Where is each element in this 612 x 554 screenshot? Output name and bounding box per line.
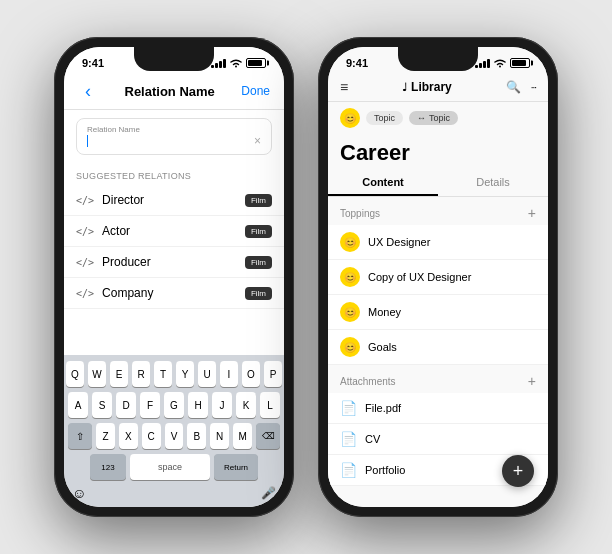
tag-topic-simple[interactable]: Topic xyxy=(366,111,403,125)
tag-topic-linked[interactable]: ↔ Topic xyxy=(409,111,458,125)
relation-name: Producer xyxy=(102,255,151,269)
search-icon[interactable]: 🔍 xyxy=(506,80,521,94)
battery-icon xyxy=(246,58,266,68)
shift-key[interactable]: ⇧ xyxy=(68,423,92,449)
item-icon: 😊 xyxy=(340,337,360,357)
list-item-ux-designer[interactable]: 😊 UX Designer xyxy=(328,225,548,260)
tab-content[interactable]: Content xyxy=(328,170,438,196)
list-item-goals[interactable]: 😊 Goals xyxy=(328,330,548,365)
key-r[interactable]: R xyxy=(132,361,150,387)
phone2-screen: 9:41 xyxy=(328,47,548,507)
key-i[interactable]: I xyxy=(220,361,238,387)
key-f[interactable]: F xyxy=(140,392,160,418)
relation-item-actor[interactable]: </> Actor Film xyxy=(64,216,284,247)
music-note-icon: ♩ xyxy=(402,81,407,94)
list-item-copy-ux[interactable]: 😊 Copy of UX Designer xyxy=(328,260,548,295)
list-item-money[interactable]: 😊 Money xyxy=(328,295,548,330)
wifi-icon xyxy=(230,59,242,68)
film-badge: Film xyxy=(245,287,272,300)
menu-icon[interactable]: ≡ xyxy=(340,79,348,95)
key-z[interactable]: Z xyxy=(96,423,115,449)
phone-library: 9:41 xyxy=(318,37,558,517)
nav-icons: 🔍 ··· xyxy=(506,80,536,94)
more-icon[interactable]: ··· xyxy=(531,82,536,93)
key-u[interactable]: U xyxy=(198,361,216,387)
key-j[interactable]: J xyxy=(212,392,232,418)
relation-left: </> Producer xyxy=(76,255,151,269)
key-w[interactable]: W xyxy=(88,361,106,387)
key-b[interactable]: B xyxy=(187,423,206,449)
file-name: Portfolio xyxy=(365,464,405,476)
status-icons xyxy=(211,58,266,68)
relation-item-company[interactable]: </> Company Film xyxy=(64,278,284,309)
key-s[interactable]: S xyxy=(92,392,112,418)
backspace-key[interactable]: ⌫ xyxy=(256,423,280,449)
relations-list: </> Director Film </> Actor Film xyxy=(64,185,284,309)
notch xyxy=(134,47,214,71)
code-icon: </> xyxy=(76,288,94,299)
relation-left: </> Company xyxy=(76,286,153,300)
relation-name: Company xyxy=(102,286,153,300)
kb-row-4: 123 space Return xyxy=(68,454,280,480)
key-k[interactable]: K xyxy=(236,392,256,418)
field-label: Relation Name xyxy=(87,125,261,134)
key-e[interactable]: E xyxy=(110,361,128,387)
key-c[interactable]: C xyxy=(142,423,161,449)
tags-row: 😊 Topic ↔ Topic xyxy=(328,102,548,134)
key-m[interactable]: M xyxy=(233,423,252,449)
clear-button[interactable]: × xyxy=(254,134,261,148)
key-t[interactable]: T xyxy=(154,361,172,387)
library-title-text: Library xyxy=(411,80,452,94)
content-tabs: Content Details xyxy=(328,170,548,197)
file-item-pdf[interactable]: 📄 File.pdf xyxy=(328,393,548,424)
status-time: 9:41 xyxy=(82,57,104,69)
relation-item-producer[interactable]: </> Producer Film xyxy=(64,247,284,278)
film-badge: Film xyxy=(245,256,272,269)
key-g[interactable]: G xyxy=(164,392,184,418)
key-v[interactable]: V xyxy=(165,423,184,449)
key-q[interactable]: Q xyxy=(66,361,84,387)
item-label: Money xyxy=(368,306,401,318)
page-title: Career xyxy=(328,134,548,170)
kb-row-3: ⇧ Z X C V B N M ⌫ xyxy=(68,423,280,449)
fab-button[interactable]: + xyxy=(502,455,534,487)
relation-left: </> Director xyxy=(76,193,144,207)
text-cursor xyxy=(87,135,88,147)
library-title: ♩ Library xyxy=(402,80,452,94)
key-h[interactable]: H xyxy=(188,392,208,418)
key-x[interactable]: X xyxy=(119,423,138,449)
status-icons-2 xyxy=(475,58,530,68)
key-l[interactable]: L xyxy=(260,392,280,418)
back-button[interactable]: ‹ xyxy=(78,81,98,101)
key-d[interactable]: D xyxy=(116,392,136,418)
mic-key[interactable]: 🎤 xyxy=(261,486,276,500)
kb-row-2: A S D F G H J K L xyxy=(68,392,280,418)
space-key[interactable]: space xyxy=(130,454,210,480)
field-input-row: × xyxy=(87,134,261,148)
tab-details[interactable]: Details xyxy=(438,170,548,196)
item-icon: 😊 xyxy=(340,302,360,322)
done-button[interactable]: Done xyxy=(241,84,270,98)
attachments-add-button[interactable]: + xyxy=(528,373,536,389)
item-label: UX Designer xyxy=(368,236,430,248)
file-item-cv[interactable]: 📄 CV xyxy=(328,424,548,455)
key-a[interactable]: A xyxy=(68,392,88,418)
signal-icon-2 xyxy=(475,59,490,68)
relation-name-field[interactable]: Relation Name × xyxy=(76,118,272,155)
status-time-2: 9:41 xyxy=(346,57,368,69)
battery-icon-2 xyxy=(510,58,530,68)
signal-icon xyxy=(211,59,226,68)
attachments-section-header: Attachments + xyxy=(328,365,548,393)
code-icon: </> xyxy=(76,257,94,268)
num-key[interactable]: 123 xyxy=(90,454,126,480)
relation-item-director[interactable]: </> Director Film xyxy=(64,185,284,216)
key-o[interactable]: O xyxy=(242,361,260,387)
key-p[interactable]: P xyxy=(264,361,282,387)
library-nav: ≡ ♩ Library 🔍 ··· xyxy=(328,73,548,102)
toppings-add-button[interactable]: + xyxy=(528,205,536,221)
emoji-key[interactable]: ☺ xyxy=(72,485,86,501)
key-n[interactable]: N xyxy=(210,423,229,449)
return-key[interactable]: Return xyxy=(214,454,258,480)
key-y[interactable]: Y xyxy=(176,361,194,387)
item-icon: 😊 xyxy=(340,267,360,287)
